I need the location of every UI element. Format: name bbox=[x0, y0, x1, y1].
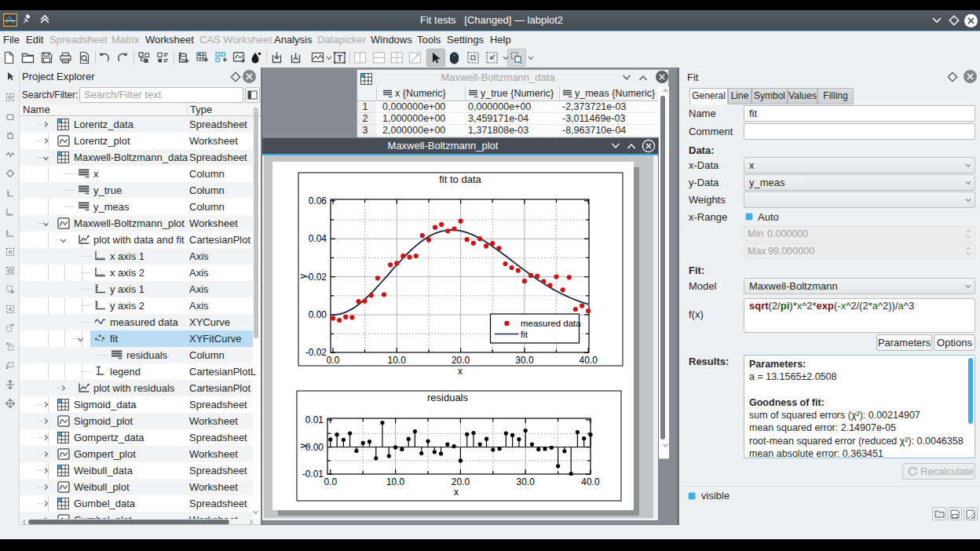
svg-text:-0.01: -0.01 bbox=[302, 469, 324, 480]
svg-text:measured data: measured data bbox=[521, 319, 581, 328]
svg-text:30.0: 30.0 bbox=[515, 355, 534, 366]
svg-text:fit: fit bbox=[521, 330, 528, 339]
svg-text:y: y bbox=[298, 274, 309, 279]
svg-text:0.04: 0.04 bbox=[309, 233, 327, 244]
svg-text:0.02: 0.02 bbox=[309, 272, 327, 283]
svg-text:0.0: 0.0 bbox=[327, 355, 340, 366]
svg-text:40.0: 40.0 bbox=[581, 476, 600, 487]
svg-text:0.06: 0.06 bbox=[309, 195, 327, 206]
svg-text:fit to data: fit to data bbox=[439, 173, 481, 185]
svg-text:x: x bbox=[454, 487, 459, 498]
svg-text:residuals: residuals bbox=[427, 392, 469, 403]
svg-text:30.0: 30.0 bbox=[517, 476, 536, 487]
svg-text:1: 1 bbox=[519, 57, 523, 65]
svg-text:-0.02: -0.02 bbox=[305, 347, 327, 358]
svg-text:10.0: 10.0 bbox=[386, 476, 405, 487]
svg-text:0.00: 0.00 bbox=[309, 309, 327, 320]
svg-text:10.0: 10.0 bbox=[388, 355, 407, 366]
svg-text:40.0: 40.0 bbox=[580, 355, 598, 366]
svg-text:0.0: 0.0 bbox=[324, 476, 337, 487]
svg-text:T: T bbox=[337, 53, 342, 63]
svg-text:20.0: 20.0 bbox=[452, 355, 470, 366]
svg-text:y: y bbox=[298, 443, 309, 448]
svg-text:0.01: 0.01 bbox=[305, 414, 324, 425]
svg-text:20.0: 20.0 bbox=[452, 476, 470, 487]
svg-text:x: x bbox=[458, 366, 463, 377]
